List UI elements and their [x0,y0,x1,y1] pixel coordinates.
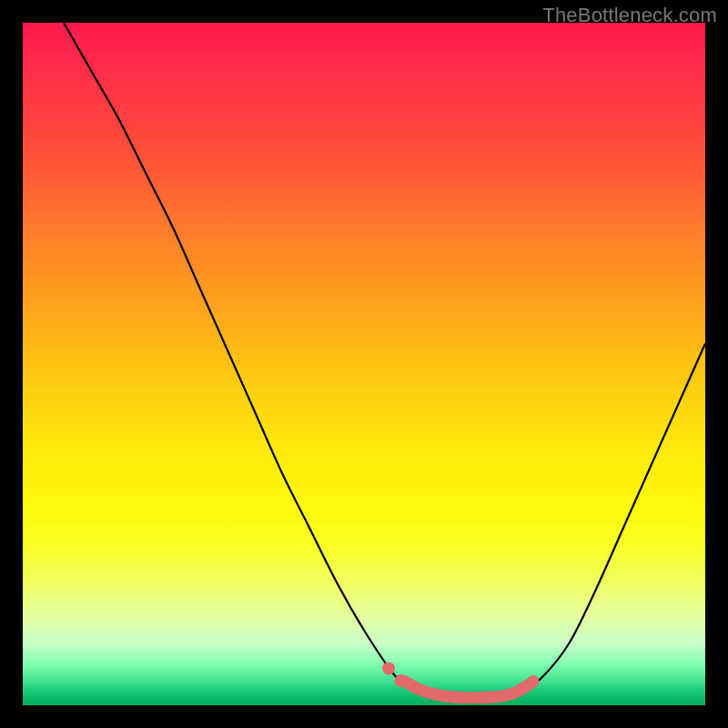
curve-layer [23,23,705,705]
highlight-valley-segment [405,682,533,698]
highlight-dot-1 [395,674,408,687]
watermark-text: TheBottleneck.com [542,4,717,27]
chart-frame: TheBottleneck.com [0,0,728,728]
highlight-dot-0 [382,662,395,675]
bottleneck-curve [64,23,705,699]
